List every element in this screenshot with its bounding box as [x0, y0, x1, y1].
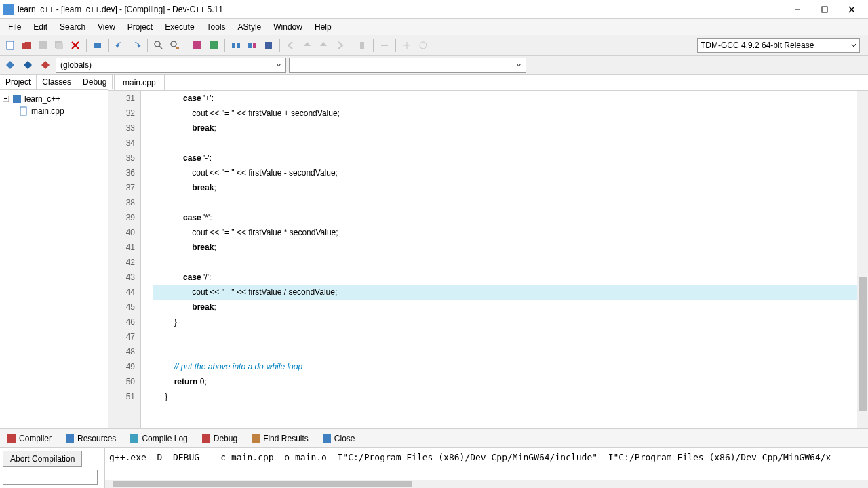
bottom-tab-compile-log[interactable]: Compile Log: [127, 432, 190, 445]
code-line[interactable]: case '/':: [153, 270, 868, 285]
chevron-down-icon: [276, 62, 281, 68]
line-gutter: 3132333435363738394041424344454647484950…: [108, 91, 141, 428]
chevron-down-icon: [516, 62, 521, 68]
code-line[interactable]: }: [153, 389, 868, 404]
new-template-button[interactable]: [38, 58, 53, 73]
new-file-button[interactable]: [3, 38, 18, 53]
code-line[interactable]: [153, 195, 868, 210]
menu-file[interactable]: File: [3, 21, 26, 33]
run-button[interactable]: [206, 38, 221, 53]
bottom-tab-resources[interactable]: Resources: [62, 432, 119, 445]
code-line[interactable]: [153, 136, 868, 150]
code-editor[interactable]: 3132333435363738394041424344454647484950…: [108, 91, 868, 428]
menu-edit[interactable]: Edit: [28, 21, 53, 33]
menu-help[interactable]: Help: [309, 21, 337, 33]
close-file-button[interactable]: [68, 38, 83, 53]
code-line[interactable]: [153, 255, 868, 270]
main-toolbar: TDM-GCC 4.9.2 64-bit Release: [0, 35, 868, 56]
code-line[interactable]: case '*':: [153, 210, 868, 225]
menu-window[interactable]: Window: [268, 21, 308, 33]
bottom-tab-compiler[interactable]: Compiler: [4, 432, 54, 445]
scope-select[interactable]: (globals): [56, 58, 286, 73]
menu-project[interactable]: Project: [122, 21, 158, 33]
sidetab-project[interactable]: Project: [0, 75, 37, 89]
nav-up2-button[interactable]: [316, 38, 331, 53]
menu-search[interactable]: Search: [54, 21, 91, 33]
print-button[interactable]: [90, 38, 105, 53]
code-line[interactable]: case '-':: [153, 150, 868, 165]
titlebar: learn_c++ - [learn_c++.dev] - [Compiling…: [0, 0, 868, 19]
code-line[interactable]: break;: [153, 180, 868, 195]
code-line[interactable]: // put the above into a do-while loop: [153, 359, 868, 374]
code-line[interactable]: cout << "= " << firstValue + secondValue…: [153, 106, 868, 121]
compile-input[interactable]: [3, 470, 98, 485]
code-line[interactable]: cout << "= " << firstValue - secondValue…: [153, 165, 868, 180]
scrollbar-thumb[interactable]: [859, 277, 867, 411]
menu-view[interactable]: View: [92, 21, 121, 33]
code-line[interactable]: [153, 344, 868, 359]
svg-point-13: [171, 41, 176, 47]
svg-rect-19: [248, 43, 252, 48]
vertical-scrollbar[interactable]: [857, 91, 868, 428]
window-title: learn_c++ - [learn_c++.dev] - [Compiling…: [18, 5, 784, 14]
compile-button[interactable]: [190, 38, 205, 53]
function-select[interactable]: [289, 58, 526, 73]
menu-astyle[interactable]: AStyle: [233, 21, 267, 33]
code-line[interactable]: return 0;: [153, 374, 868, 389]
code-line[interactable]: }: [153, 314, 868, 329]
save-button[interactable]: [35, 38, 50, 53]
maximize-button[interactable]: [811, 1, 838, 18]
code-line[interactable]: break;: [153, 300, 868, 314]
rebuild-button[interactable]: [229, 38, 243, 53]
minimize-button[interactable]: [784, 1, 811, 18]
redo-button[interactable]: [129, 38, 144, 53]
bookmark-button[interactable]: [355, 38, 370, 53]
svg-rect-18: [237, 43, 240, 48]
undo-button[interactable]: [113, 38, 127, 53]
close-button[interactable]: [838, 1, 865, 18]
replace-button[interactable]: [167, 38, 182, 53]
nav-up-button[interactable]: [300, 38, 315, 53]
insert-button[interactable]: [399, 38, 414, 53]
scrollbar-thumb[interactable]: [113, 481, 412, 487]
svg-rect-16: [210, 41, 218, 49]
debug-icon: [201, 434, 211, 443]
code-line[interactable]: case '+':: [153, 91, 868, 106]
compiler-select[interactable]: TDM-GCC 4.9.2 64-bit Release: [697, 38, 860, 53]
new-class-button[interactable]: [20, 58, 35, 73]
nav-forward-button[interactable]: [332, 38, 347, 53]
project-icon: [12, 94, 22, 104]
code-area[interactable]: case '+': cout << "= " << firstValue + s…: [153, 91, 868, 428]
svg-rect-35: [66, 434, 74, 443]
nav-back-button[interactable]: [283, 38, 298, 53]
menu-tools[interactable]: Tools: [201, 21, 231, 33]
tree-project-root[interactable]: learn_c++: [3, 93, 105, 105]
horizontal-scrollbar[interactable]: [105, 480, 868, 488]
svg-rect-10: [94, 43, 101, 48]
find-button[interactable]: [151, 38, 166, 53]
compile-run-button[interactable]: [245, 38, 260, 53]
save-all-button[interactable]: [52, 38, 66, 53]
code-line[interactable]: break;: [153, 121, 868, 136]
code-line[interactable]: [153, 329, 868, 344]
code-line[interactable]: break;: [153, 240, 868, 255]
sidetab-debug[interactable]: Debug: [77, 75, 113, 89]
file-tab[interactable]: main.cpp: [114, 75, 165, 90]
sidetab-classes[interactable]: Classes: [37, 75, 77, 89]
toggle-button[interactable]: [416, 38, 431, 53]
bottom-tab-close[interactable]: Close: [319, 432, 358, 445]
tree-file-item[interactable]: main.cpp: [3, 105, 105, 117]
bottom-tab-debug[interactable]: Debug: [199, 432, 240, 445]
abort-compilation-button[interactable]: Abort Compilation: [3, 451, 82, 467]
open-button[interactable]: [19, 38, 34, 53]
svg-rect-33: [20, 107, 26, 115]
code-line[interactable]: cout << "= " << firstValue / secondValue…: [153, 285, 868, 300]
tree-project-label: learn_c++: [24, 94, 60, 104]
menu-execute[interactable]: Execute: [159, 21, 199, 33]
file-tabs: main.cpp: [108, 75, 868, 91]
debug-button[interactable]: [261, 38, 276, 53]
goto-button[interactable]: [377, 38, 392, 53]
code-line[interactable]: cout << "= " << firstValue * secondValue…: [153, 225, 868, 240]
bottom-tab-find-results[interactable]: Find Results: [248, 432, 311, 445]
new-project-button[interactable]: [3, 58, 18, 73]
